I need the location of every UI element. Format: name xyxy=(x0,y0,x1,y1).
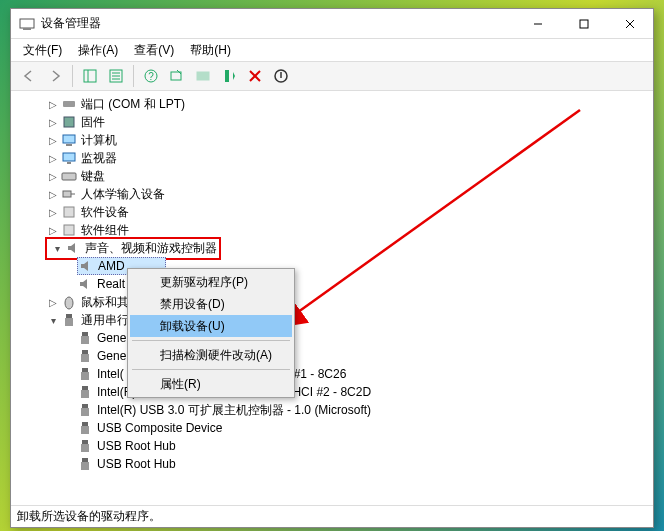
disable-button[interactable] xyxy=(269,64,293,88)
svg-rect-39 xyxy=(82,386,88,390)
update-driver-button[interactable] xyxy=(191,64,215,88)
scan-button[interactable] xyxy=(165,64,189,88)
expand-icon[interactable]: ▷ xyxy=(45,186,61,202)
menu-view[interactable]: 查看(V) xyxy=(128,40,180,61)
tree-item-firmware[interactable]: ▷固件 xyxy=(13,113,651,131)
svg-rect-25 xyxy=(67,162,71,164)
menubar: 文件(F) 操作(A) 查看(V) 帮助(H) xyxy=(11,39,653,61)
cm-uninstall-device[interactable]: 卸载设备(U) xyxy=(130,315,292,337)
tree-item-usb-composite[interactable]: USB Composite Device xyxy=(13,419,651,437)
svg-rect-36 xyxy=(81,354,89,362)
tree-item-amd-audio[interactable]: AMD xyxy=(13,257,651,275)
svg-rect-42 xyxy=(81,408,89,416)
tree-item-monitor[interactable]: ▷监视器 xyxy=(13,149,651,167)
usb-icon xyxy=(77,366,93,382)
tree-label: 键盘 xyxy=(81,168,105,185)
svg-rect-44 xyxy=(81,426,89,434)
tree-item-intel-2[interactable]: Intel(R) 8 Series/C220 Series USB EHCI #… xyxy=(13,383,651,401)
tree-item-generic-2[interactable]: Gene xyxy=(13,347,651,365)
minimize-button[interactable] xyxy=(515,9,561,39)
cm-scan-hardware[interactable]: 扫描检测硬件改动(A) xyxy=(130,344,292,366)
svg-rect-41 xyxy=(82,404,88,408)
cm-separator xyxy=(132,369,290,370)
cm-disable-device[interactable]: 禁用设备(D) xyxy=(130,293,292,315)
back-button[interactable] xyxy=(17,64,41,88)
collapse-icon[interactable]: ▾ xyxy=(49,240,65,256)
tree-item-software-devices[interactable]: ▷软件设备 xyxy=(13,203,651,221)
usb-icon xyxy=(61,312,77,328)
enable-button[interactable] xyxy=(217,64,241,88)
tree-item-mouse[interactable]: ▷鼠标和其 xyxy=(13,293,651,311)
close-button[interactable] xyxy=(607,9,653,39)
titlebar: 设备管理器 xyxy=(11,9,653,39)
tree-item-realtek[interactable]: Realt xyxy=(13,275,651,293)
usb-icon xyxy=(77,456,93,472)
tree-item-intel-1[interactable]: Intel(#1 - 8C26 xyxy=(13,365,651,383)
tree-item-sound[interactable]: ▾ 声音、视频和游戏控制器 xyxy=(13,239,651,257)
keyboard-icon xyxy=(61,168,77,184)
properties-button[interactable] xyxy=(104,64,128,88)
cm-properties[interactable]: 属性(R) xyxy=(130,373,292,395)
tree-label: Gene xyxy=(97,331,126,345)
tree-label: Realt xyxy=(97,277,125,291)
menu-help[interactable]: 帮助(H) xyxy=(184,40,237,61)
expand-icon[interactable]: ▷ xyxy=(45,150,61,166)
svg-point-30 xyxy=(65,297,73,309)
maximize-button[interactable] xyxy=(561,9,607,39)
tree-item-ports[interactable]: ▷端口 (COM 和 LPT) xyxy=(13,95,651,113)
expand-icon[interactable]: ▷ xyxy=(45,114,61,130)
forward-button[interactable] xyxy=(43,64,67,88)
svg-rect-48 xyxy=(81,462,89,470)
tree-item-hid[interactable]: ▷人体学输入设备 xyxy=(13,185,651,203)
tree-label: 计算机 xyxy=(81,132,117,149)
tree-label: AMD xyxy=(98,259,125,273)
tree-label: USB Composite Device xyxy=(97,421,222,435)
cm-separator xyxy=(132,340,290,341)
expand-icon[interactable]: ▷ xyxy=(45,132,61,148)
expand-icon[interactable]: ▷ xyxy=(45,96,61,112)
tree-item-computer[interactable]: ▷计算机 xyxy=(13,131,651,149)
hid-icon xyxy=(61,186,77,202)
tree-item-usb-root-1[interactable]: USB Root Hub xyxy=(13,437,651,455)
tree-label: 鼠标和其 xyxy=(81,294,129,311)
usb-icon xyxy=(77,348,93,364)
usb-icon xyxy=(77,402,93,418)
svg-rect-28 xyxy=(64,207,74,217)
help-button[interactable]: ? xyxy=(139,64,163,88)
tree-label: 固件 xyxy=(81,114,105,131)
svg-rect-3 xyxy=(580,20,588,28)
collapse-icon[interactable]: ▾ xyxy=(45,312,61,328)
show-hide-tree-button[interactable] xyxy=(78,64,102,88)
tree-label: 监视器 xyxy=(81,150,117,167)
svg-rect-20 xyxy=(63,101,75,107)
expand-icon[interactable]: ▷ xyxy=(45,204,61,220)
app-icon xyxy=(19,16,35,32)
svg-rect-45 xyxy=(82,440,88,444)
svg-rect-34 xyxy=(81,336,89,344)
menu-file[interactable]: 文件(F) xyxy=(17,40,68,61)
tree-label: 通用串行 xyxy=(81,312,129,329)
monitor-icon xyxy=(61,150,77,166)
tree-label: 人体学输入设备 xyxy=(81,186,165,203)
menu-action[interactable]: 操作(A) xyxy=(72,40,124,61)
expand-icon[interactable]: ▷ xyxy=(45,168,61,184)
expand-icon[interactable]: ▷ xyxy=(45,294,61,310)
tree-item-intel-3[interactable]: Intel(R) USB 3.0 可扩展主机控制器 - 1.0 (Microso… xyxy=(13,401,651,419)
mouse-icon xyxy=(61,294,77,310)
tree-label: Intel( xyxy=(97,367,124,381)
svg-rect-47 xyxy=(82,458,88,462)
tree-label: Gene xyxy=(97,349,126,363)
svg-rect-16 xyxy=(225,70,229,82)
uninstall-button[interactable] xyxy=(243,64,267,88)
tree-item-usb[interactable]: ▾通用串行 xyxy=(13,311,651,329)
svg-rect-46 xyxy=(81,444,89,452)
svg-rect-24 xyxy=(63,153,75,161)
window-title: 设备管理器 xyxy=(41,15,515,32)
tree-item-keyboard[interactable]: ▷键盘 xyxy=(13,167,651,185)
tree-item-usb-root-2[interactable]: USB Root Hub xyxy=(13,455,651,473)
firmware-icon xyxy=(61,114,77,130)
device-tree[interactable]: ▷端口 (COM 和 LPT) ▷固件 ▷计算机 ▷监视器 ▷键盘 ▷人体学输入… xyxy=(11,91,653,505)
tree-item-generic-1[interactable]: Gene xyxy=(13,329,651,347)
cm-update-driver[interactable]: 更新驱动程序(P) xyxy=(130,271,292,293)
tree-label: USB Root Hub xyxy=(97,457,176,471)
